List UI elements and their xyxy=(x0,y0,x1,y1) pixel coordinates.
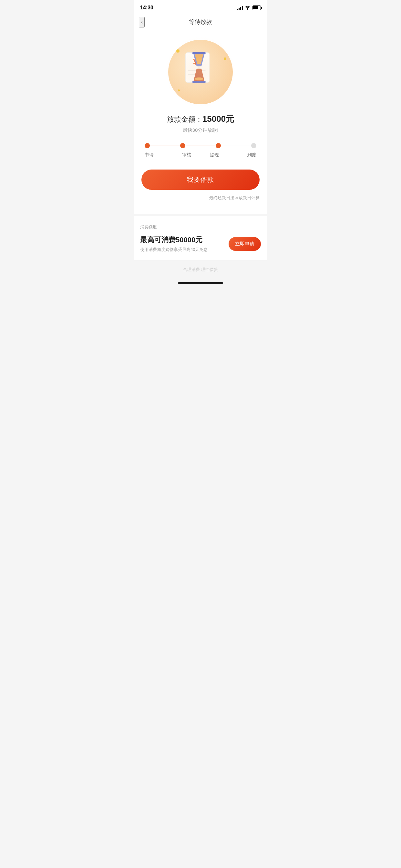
home-indicator xyxy=(134,279,267,290)
step-label-3: 提现 xyxy=(201,152,228,158)
promo-amount: 最高可消费50000元 xyxy=(140,235,228,245)
svg-text:¥: ¥ xyxy=(193,57,198,66)
promo-info: 最高可消费50000元 使用消费额度购物享受最高40天免息 xyxy=(140,235,228,252)
amount-prefix: 放款金额： xyxy=(167,115,203,123)
step-label-4: 到账 xyxy=(228,152,257,158)
amount-subtitle: 最快30分钟放款! xyxy=(142,127,259,133)
promo-section: 消费额度 最高可消费50000元 使用消费额度购物享受最高40天免息 立即申请 xyxy=(134,216,267,260)
progress-labels: 申请 审核 提现 到账 xyxy=(145,152,256,158)
illustration-area: ¥ xyxy=(142,40,259,104)
main-content: ¥ xyxy=(134,30,267,214)
svg-rect-5 xyxy=(192,52,206,54)
signal-icon xyxy=(237,5,243,10)
step-label-2: 审核 xyxy=(173,152,201,158)
progress-section: 申请 审核 提现 到账 xyxy=(142,143,259,158)
hourglass-illustration: ¥ xyxy=(181,51,220,93)
svg-rect-1 xyxy=(186,53,210,83)
nav-bar: ‹ 等待放款 xyxy=(134,14,267,30)
status-icons xyxy=(237,5,261,10)
svg-point-0 xyxy=(247,9,248,10)
home-bar xyxy=(178,282,223,284)
back-button[interactable]: ‹ xyxy=(139,17,145,27)
svg-point-7 xyxy=(195,78,203,81)
progress-step-3 xyxy=(216,143,221,148)
dot-decoration-3 xyxy=(178,89,180,91)
footer-text: 合理消费 理性借贷 xyxy=(134,260,267,279)
promo-content: 最高可消费50000元 使用消费额度购物享受最高40天免息 立即申请 xyxy=(140,235,261,252)
progress-step-2 xyxy=(180,143,185,148)
progress-step-4 xyxy=(251,143,256,148)
action-note: 最终还款日按照放款日计算 xyxy=(142,195,259,201)
illustration-circle: ¥ xyxy=(168,40,233,104)
progress-step-1 xyxy=(145,143,150,148)
page-title: 等待放款 xyxy=(189,18,212,26)
section-divider xyxy=(134,214,267,216)
dot-decoration-2 xyxy=(224,58,226,60)
svg-rect-6 xyxy=(192,81,206,83)
promo-label: 消费额度 xyxy=(140,224,261,230)
urge-button[interactable]: 我要催款 xyxy=(142,169,259,190)
step-label-1: 申请 xyxy=(145,152,173,158)
battery-icon xyxy=(252,5,261,10)
progress-track xyxy=(145,143,256,148)
amount-value: 15000元 xyxy=(203,114,234,124)
status-time: 14:30 xyxy=(140,5,153,11)
promo-description: 使用消费额度购物享受最高40天免息 xyxy=(140,247,228,252)
amount-section: 放款金额：15000元 最快30分钟放款! xyxy=(142,113,259,133)
amount-title: 放款金额：15000元 xyxy=(142,113,259,125)
status-bar: 14:30 xyxy=(134,0,267,14)
apply-now-button[interactable]: 立即申请 xyxy=(228,237,261,251)
dot-decoration-1 xyxy=(176,50,180,53)
wifi-icon xyxy=(245,5,251,10)
